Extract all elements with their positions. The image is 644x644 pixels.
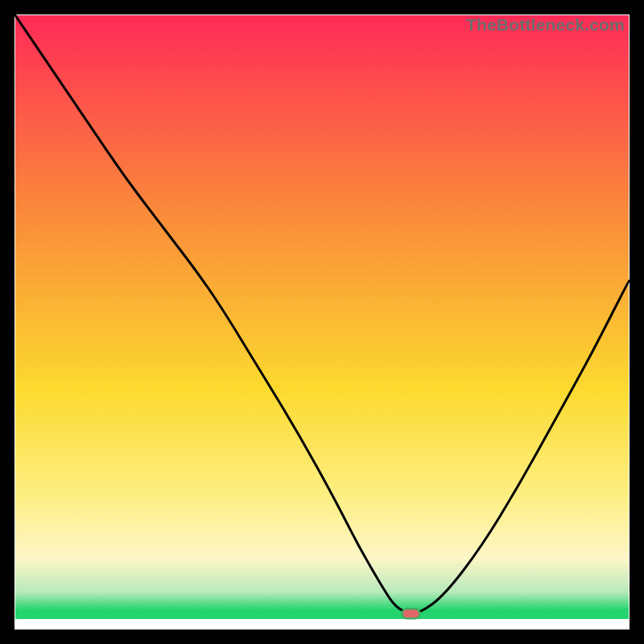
baseline-strip — [15, 619, 629, 629]
gradient-background — [15, 15, 629, 619]
bottleneck-chart — [14, 14, 630, 630]
watermark-text: TheBottleneck.com — [466, 15, 625, 35]
optimum-marker — [402, 609, 420, 618]
